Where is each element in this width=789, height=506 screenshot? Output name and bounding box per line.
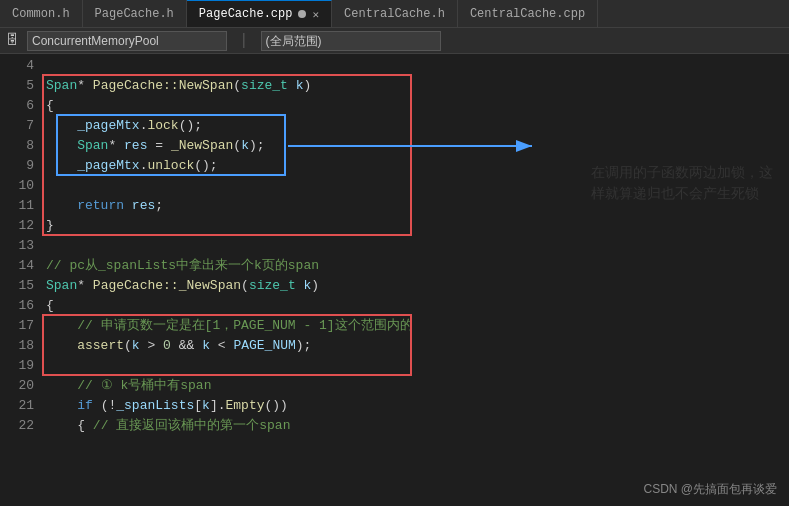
code-line-13 xyxy=(42,236,789,256)
code-line-19 xyxy=(42,356,789,376)
tab-label: Common.h xyxy=(12,7,70,21)
code-line-18: assert(k > 0 && k < PAGE_NUM); xyxy=(42,336,789,356)
code-line-6: { xyxy=(42,96,789,116)
tab-label: CentralCache.h xyxy=(344,7,445,21)
close-button[interactable]: ✕ xyxy=(312,8,319,21)
separator: | xyxy=(239,32,249,50)
tab-pagecache-h[interactable]: PageCache.h xyxy=(83,0,187,27)
code-line-14: // pc从_spanLists中拿出来一个k页的span xyxy=(42,256,789,276)
modified-dot xyxy=(298,10,306,18)
tab-label: CentralCache.cpp xyxy=(470,7,585,21)
code-line-7: _pageMtx.lock(); xyxy=(42,116,789,136)
code-line-8: Span* res = _NewSpan(k); xyxy=(42,136,789,156)
code-line-16: { xyxy=(42,296,789,316)
code-line-17: // 申请页数一定是在[1，PAGE_NUM - 1]这个范围内的 xyxy=(42,316,789,336)
code-line-12: } xyxy=(42,216,789,236)
code-line-21: if (!_spanLists[k].Empty()) xyxy=(42,396,789,416)
tab-pagecache-cpp[interactable]: PageCache.cpp ✕ xyxy=(187,0,332,27)
code-line-5: Span* PageCache::NewSpan(size_t k) xyxy=(42,76,789,96)
annotation-text: 在调用的子函数两边加锁，这样就算递归也不会产生死锁 xyxy=(591,162,781,204)
tab-common-h[interactable]: Common.h xyxy=(0,0,83,27)
tab-label: PageCache.cpp xyxy=(199,7,293,21)
toolbar-row: 🗄 ConcurrentMemoryPool | (全局范围) xyxy=(0,28,789,54)
project-dropdown[interactable]: ConcurrentMemoryPool xyxy=(27,31,227,51)
code-line-4 xyxy=(42,56,789,76)
tab-bar: Common.h PageCache.h PageCache.cpp ✕ Cen… xyxy=(0,0,789,28)
tab-centralcache-cpp[interactable]: CentralCache.cpp xyxy=(458,0,598,27)
code-content: Span* PageCache::NewSpan(size_t k) { _pa… xyxy=(42,54,789,506)
tab-centralcache-h[interactable]: CentralCache.h xyxy=(332,0,458,27)
scope-dropdown[interactable]: (全局范围) xyxy=(261,31,441,51)
code-area: 4 5 6 7 8 9 10 11 12 13 14 15 16 17 18 1… xyxy=(0,54,789,506)
watermark: CSDN @先搞面包再谈爱 xyxy=(643,481,777,498)
tab-label: PageCache.h xyxy=(95,7,174,21)
project-icon: 🗄 xyxy=(6,33,19,48)
code-line-15: Span* PageCache::_NewSpan(size_t k) xyxy=(42,276,789,296)
code-line-20: // ① k号桶中有span xyxy=(42,376,789,396)
code-line-22: { // 直接返回该桶中的第一个span xyxy=(42,416,789,436)
line-numbers: 4 5 6 7 8 9 10 11 12 13 14 15 16 17 18 1… xyxy=(0,54,42,506)
